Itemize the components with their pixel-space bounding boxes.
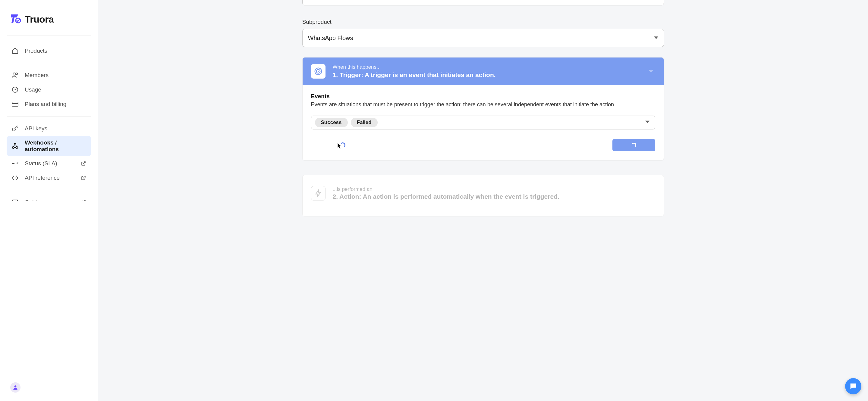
app-root: Truora Products Members Usage Plans and … [0, 0, 868, 401]
action-subtitle: ...is performed an [333, 186, 655, 192]
svg-point-1 [13, 73, 16, 75]
gauge-icon [11, 86, 19, 93]
logo-mark-icon [9, 12, 22, 27]
brand-name: Truora [25, 14, 54, 25]
subproduct-select[interactable]: WhatsApp Flows [302, 29, 664, 47]
sidebar-item-label: Plans and billing [25, 101, 86, 107]
code-icon [11, 174, 19, 181]
target-icon [311, 64, 326, 78]
content-container: Subproduct WhatsApp Flows When this happ… [302, 0, 664, 216]
user-avatar[interactable] [10, 382, 21, 393]
divider [7, 190, 91, 190]
sidebar-item-label: Members [25, 72, 86, 78]
sidebar-item-label: Status (SLA) [25, 160, 75, 167]
sidebar-item-products[interactable]: Products [7, 44, 91, 58]
external-link-icon [81, 161, 86, 166]
divider [7, 116, 91, 116]
action-card[interactable]: ...is performed an 2. Action: An action … [302, 175, 664, 216]
event-chip-success[interactable]: Success [315, 118, 348, 127]
logo-container: Truora [7, 12, 91, 36]
sidebar-item-guides[interactable]: Guides [7, 195, 91, 201]
trigger-body: Events Events are situations that must b… [303, 85, 664, 160]
action-texts: ...is performed an 2. Action: An action … [333, 186, 655, 200]
subproduct-field: Subproduct WhatsApp Flows [302, 19, 664, 47]
svg-point-2 [16, 73, 18, 75]
external-link-icon [81, 200, 86, 201]
svg-point-19 [318, 71, 319, 72]
nav-group-4: Guides [7, 193, 91, 201]
nav-group-3: API keys Webhooks / automations Status (… [7, 119, 91, 188]
svg-point-8 [12, 146, 14, 148]
trigger-texts: When this happens... 1. Trigger: A trigg… [333, 64, 655, 78]
sidebar-item-label: API keys [25, 125, 86, 132]
events-select[interactable]: Success Failed [311, 115, 655, 129]
events-description: Events are situations that must be prese… [311, 101, 655, 108]
svg-point-4 [15, 90, 16, 90]
avatar-icon [10, 382, 21, 393]
help-chat-button[interactable] [845, 378, 861, 394]
sidebar-item-usage[interactable]: Usage [7, 82, 91, 97]
sidebar: Truora Products Members Usage Plans and … [0, 0, 98, 401]
action-title: 2. Action: An action is performed automa… [333, 193, 655, 200]
trigger-card: When this happens... 1. Trigger: A trigg… [302, 57, 664, 161]
trigger-subtitle: When this happens... [333, 64, 655, 70]
sidebar-item-status-sla[interactable]: Status (SLA) [7, 156, 91, 171]
sidebar-item-plans-billing[interactable]: Plans and billing [7, 97, 91, 111]
nav-group-1: Products [7, 41, 91, 61]
sidebar-item-label: Webhooks / automations [25, 139, 86, 153]
subproduct-label: Subproduct [302, 19, 664, 25]
card-icon [11, 101, 19, 108]
users-icon [11, 72, 19, 79]
external-link-icon [81, 175, 86, 180]
svg-point-16 [14, 386, 17, 388]
sidebar-item-members[interactable]: Members [7, 68, 91, 82]
brand-logo[interactable]: Truora [9, 12, 89, 27]
status-icon [11, 160, 19, 167]
subproduct-value: WhatsApp Flows [308, 35, 353, 41]
nav-group-2: Members Usage Plans and billing [7, 66, 91, 114]
sidebar-item-label: API reference [25, 175, 75, 181]
loading-spinner [340, 142, 345, 148]
divider [7, 63, 91, 63]
sidebar-item-label: Products [25, 47, 86, 54]
caret-down-icon [645, 120, 650, 125]
sidebar-item-api-keys[interactable]: API keys [7, 121, 91, 136]
event-chip-failed[interactable]: Failed [351, 118, 378, 127]
trigger-actions-row [311, 139, 655, 151]
sidebar-item-webhooks-automations[interactable]: Webhooks / automations [7, 136, 91, 156]
main-content: Subproduct WhatsApp Flows When this happ… [98, 0, 868, 401]
sidebar-item-api-reference[interactable]: API reference [7, 171, 91, 185]
sidebar-item-label: Guides [25, 199, 75, 201]
name-input[interactable] [302, 0, 664, 5]
book-icon [11, 199, 19, 201]
svg-rect-5 [12, 102, 18, 106]
chevron-down-icon [648, 68, 654, 75]
svg-point-9 [16, 146, 18, 148]
bolt-icon [311, 186, 326, 201]
trigger-title: 1. Trigger: A trigger is an event that i… [333, 71, 655, 78]
webhook-icon [11, 142, 19, 149]
caret-down-icon [654, 35, 658, 41]
sidebar-item-label: Usage [25, 87, 86, 93]
events-heading: Events [311, 93, 655, 100]
trigger-header[interactable]: When this happens... 1. Trigger: A trigg… [303, 58, 664, 85]
home-icon [11, 47, 19, 55]
save-trigger-button[interactable] [613, 139, 655, 151]
key-icon [11, 125, 19, 132]
